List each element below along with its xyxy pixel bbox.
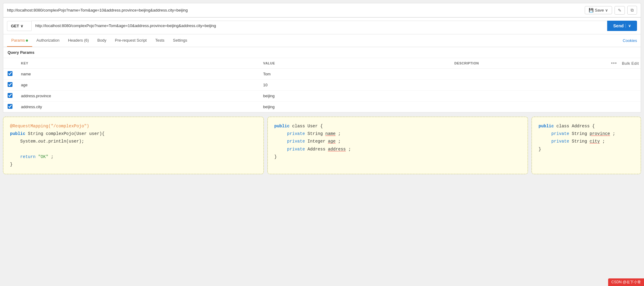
tab-headers-label: Headers (6) <box>68 38 89 43</box>
row-description-2 <box>450 91 544 102</box>
table-row: name Tom <box>3 69 641 80</box>
col-checkbox <box>3 58 17 69</box>
code-line: System.out.println(user); <box>10 138 257 145</box>
code-line: private String province ; <box>539 130 634 138</box>
row-actions-2 <box>544 91 641 102</box>
row-actions-0 <box>544 69 641 80</box>
tab-settings[interactable]: Settings <box>169 34 191 47</box>
method-chevron: ∨ <box>20 24 23 28</box>
save-icon: 💾 <box>589 8 594 12</box>
bulk-edit-label[interactable]: Bulk Edit <box>622 61 639 66</box>
copy-icon: ⧉ <box>631 8 634 12</box>
edit-button[interactable]: ✎ <box>615 6 625 15</box>
send-chevron: ∨ <box>625 24 631 28</box>
more-icon[interactable]: ••• <box>611 60 617 66</box>
tab-params[interactable]: Params <box>7 34 32 47</box>
row-checkbox-cell[interactable] <box>3 80 17 91</box>
tab-settings-label: Settings <box>173 38 187 43</box>
row-value-1: 10 <box>259 80 450 91</box>
code-line: } <box>539 146 634 153</box>
send-button[interactable]: Send ∨ <box>607 21 637 31</box>
row-checkbox-cell[interactable] <box>3 69 17 80</box>
code-line: public class User { <box>274 122 521 130</box>
code-panel-3: public class Address { private String pr… <box>532 117 641 174</box>
copy-button[interactable]: ⧉ <box>627 6 637 15</box>
params-table: KEY VALUE DESCRIPTION ••• Bulk Edit name <box>3 58 641 112</box>
tab-body-label: Body <box>97 38 106 43</box>
row-checkbox-3[interactable] <box>8 104 12 109</box>
row-key-1: age <box>17 80 259 91</box>
code-line: private String city ; <box>539 138 634 145</box>
code-line: private String name ; <box>274 130 521 138</box>
params-section: Query Params KEY VALUE DESCRIPTION ••• B… <box>3 47 641 112</box>
code-line: public class Address { <box>539 122 634 130</box>
query-params-label: Query Params <box>3 47 641 58</box>
row-description-0 <box>450 69 544 80</box>
col-more: ••• Bulk Edit <box>544 58 641 69</box>
save-label: Save <box>595 8 604 12</box>
tab-authorization[interactable]: Authorization <box>32 34 64 47</box>
chevron-icon: ∨ <box>605 8 608 12</box>
url-input[interactable] <box>31 21 607 31</box>
tab-tests[interactable]: Tests <box>151 34 169 47</box>
row-value-0: Tom <box>259 69 450 80</box>
col-description: DESCRIPTION <box>450 58 544 69</box>
tab-params-label: Params <box>11 38 25 43</box>
row-checkbox-0[interactable] <box>8 71 12 76</box>
top-bar-actions: 💾 Save ∨ ✎ ⧉ <box>585 6 637 15</box>
table-row: age 10 <box>3 80 641 91</box>
tabs-left: Params Authorization Headers (6) Body Pr… <box>7 34 191 47</box>
row-checkbox-cell[interactable] <box>3 102 17 112</box>
method-select[interactable]: GET ∨ <box>7 21 31 31</box>
tabs-bar: Params Authorization Headers (6) Body Pr… <box>3 34 641 47</box>
tab-headers[interactable]: Headers (6) <box>64 34 93 47</box>
col-value: VALUE <box>259 58 450 69</box>
top-bar: http://localhost:8080/complexPojo?name=T… <box>3 3 641 17</box>
tab-pre-request-label: Pre-request Script <box>115 38 147 43</box>
annotation: @RequestMapping("/complexPojo") <box>10 124 89 129</box>
row-value-2: beijing <box>259 91 450 102</box>
cookies-link[interactable]: Cookies <box>623 35 637 47</box>
row-key-3: address.city <box>17 102 259 112</box>
row-checkbox-cell[interactable] <box>3 91 17 102</box>
code-line: private Integer age ; <box>274 138 521 145</box>
table-row: address.city beijing <box>3 102 641 112</box>
code-panel-2: public class User { private String name … <box>267 117 528 174</box>
code-panel-1: @RequestMapping("/complexPojo") public S… <box>3 117 264 174</box>
row-key-0: name <box>17 69 259 80</box>
row-key-2: address.province <box>17 91 259 102</box>
code-line: public String complexPojo(User user){ <box>10 130 257 138</box>
edit-icon: ✎ <box>618 8 622 13</box>
row-description-1 <box>450 80 544 91</box>
tab-body[interactable]: Body <box>93 34 111 47</box>
row-actions-1 <box>544 80 641 91</box>
tab-pre-request[interactable]: Pre-request Script <box>111 34 151 47</box>
method-label: GET <box>11 24 19 28</box>
top-bar-url: http://localhost:8080/complexPojo?name=T… <box>7 8 585 12</box>
col-key: KEY <box>17 58 259 69</box>
save-button[interactable]: 💾 Save ∨ <box>585 6 612 14</box>
code-line: return "OK" ; <box>10 153 257 161</box>
code-line: @RequestMapping("/complexPojo") <box>10 122 257 130</box>
request-bar: GET ∨ Send ∨ <box>3 17 641 34</box>
row-actions-3 <box>544 102 641 112</box>
code-line <box>10 146 257 153</box>
tab-authorization-label: Authorization <box>36 38 60 43</box>
code-line: } <box>10 161 257 168</box>
row-description-3 <box>450 102 544 112</box>
code-line: } <box>274 153 521 161</box>
code-panels: @RequestMapping("/complexPojo") public S… <box>3 112 641 174</box>
send-label: Send <box>613 23 624 28</box>
params-dot <box>26 40 28 42</box>
row-value-3: beijing <box>259 102 450 112</box>
table-row: address.province beijing <box>3 91 641 102</box>
row-checkbox-2[interactable] <box>8 93 12 98</box>
code-line: private Address address ; <box>274 146 521 153</box>
row-checkbox-1[interactable] <box>8 82 12 87</box>
keyword: public <box>10 131 25 136</box>
tab-tests-label: Tests <box>155 38 164 43</box>
